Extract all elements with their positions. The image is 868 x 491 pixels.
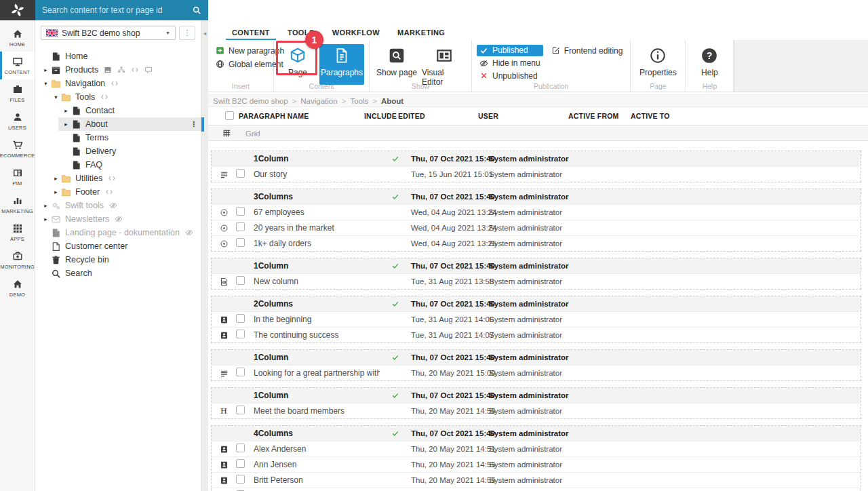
row-checkbox[interactable] xyxy=(236,475,245,484)
tree-scrollbar-thumb[interactable] xyxy=(201,117,204,132)
visual-editor-button[interactable]: Visual Editor xyxy=(422,44,467,85)
tree-item-footer[interactable]: ▸Footer xyxy=(35,185,201,199)
tree-item-newsletters[interactable]: ▸Newsletters xyxy=(35,212,201,226)
paragraph-row[interactable]: Looking for a great partnership with an … xyxy=(212,365,861,380)
paragraph-group-header[interactable]: 3ColumnsThu, 07 Oct 2021 15:40System adm… xyxy=(212,189,861,204)
paragraph-group-header[interactable]: 1ColumnThu, 07 Oct 2021 15:40System admi… xyxy=(212,258,861,273)
paragraph-row[interactable]: Ann JensenThu, 20 May 2021 14:55System a… xyxy=(212,456,861,472)
tree-item-recycle-bin[interactable]: Recycle bin xyxy=(35,253,201,267)
tab-marketing[interactable]: MARKETING xyxy=(389,26,454,39)
page-button[interactable]: Page xyxy=(279,44,317,85)
paragraph-row[interactable]: The continuing successTue, 31 Aug 2021 1… xyxy=(212,327,861,342)
paragraph-row[interactable]: HMeet the board membersThu, 20 May 2021 … xyxy=(212,403,861,418)
nav-files[interactable]: FILES xyxy=(0,79,35,107)
tree-item-delivery[interactable]: Delivery xyxy=(35,144,201,158)
row-checkbox[interactable] xyxy=(236,314,245,323)
nav-home[interactable]: HOME xyxy=(0,24,35,52)
paragraph-row[interactable]: New columnTue, 31 Aug 2021 13:58System a… xyxy=(212,273,861,289)
tree-item-faq[interactable]: FAQ xyxy=(35,158,201,172)
nav-pim[interactable]: PIM xyxy=(0,163,35,191)
unpublished-button[interactable]: Unpublished xyxy=(477,70,543,81)
show-page-button[interactable]: Show page xyxy=(374,44,419,85)
row-checkbox[interactable] xyxy=(236,169,245,178)
chevron-right-icon[interactable]: ▸ xyxy=(51,189,61,195)
tree-item-home[interactable]: Home xyxy=(35,50,201,63)
nav-content[interactable]: CONTENT xyxy=(0,52,35,79)
paragraphs-button[interactable]: Paragraphs xyxy=(319,44,364,85)
paragraph-row[interactable]: 67 employeesWed, 04 Aug 2021 13:24System… xyxy=(212,204,861,220)
nav-apps[interactable]: APPS xyxy=(0,218,35,246)
breadcrumb-item[interactable]: Tools xyxy=(350,97,368,105)
site-options-kebab-button[interactable]: ⋮ xyxy=(179,26,195,40)
panel-splitter[interactable]: ◂ xyxy=(201,20,208,491)
tree-item-label: Terms xyxy=(85,133,108,142)
select-all-checkbox[interactable] xyxy=(225,111,234,120)
search-input[interactable] xyxy=(42,5,192,15)
published-button[interactable]: Published xyxy=(477,45,543,56)
breadcrumb-item[interactable]: Navigation xyxy=(300,97,337,105)
breadcrumb-item[interactable]: Swift B2C demo shop xyxy=(213,97,288,105)
chevron-down-icon[interactable]: ▾ xyxy=(51,94,61,100)
site-selector-dropdown[interactable]: Swift B2C demo shop ▼ xyxy=(41,26,176,40)
tree-item-terms[interactable]: Terms xyxy=(35,131,201,144)
tree-item-customer-center[interactable]: Customer center xyxy=(35,239,201,253)
chevron-right-icon[interactable]: ▸ xyxy=(61,107,71,114)
paragraph-row[interactable]: 20 years in the marketWed, 04 Aug 2021 1… xyxy=(212,220,861,235)
tree-item-products[interactable]: ▸Products xyxy=(35,63,201,77)
nav-demo[interactable]: DEMO xyxy=(0,274,35,302)
nav-ecommerce[interactable]: ECOMMERCE xyxy=(0,135,35,163)
tree-item-navigation[interactable]: ▾Navigation xyxy=(35,77,201,90)
row-checkbox[interactable] xyxy=(236,207,245,216)
paragraph-user: System administrator xyxy=(489,331,579,339)
frontend-editing-button[interactable]: Frontend editing xyxy=(549,45,626,56)
tab-content[interactable]: CONTENT xyxy=(223,26,279,39)
row-checkbox[interactable] xyxy=(236,459,245,468)
search-icon[interactable] xyxy=(192,5,201,15)
tree-item-landing-page-dokumentation[interactable]: Landing page - dokumentation xyxy=(35,226,201,239)
tree-item-contact[interactable]: ▸Contact xyxy=(35,104,201,117)
row-checkbox[interactable] xyxy=(236,444,245,452)
properties-button[interactable]: Properties xyxy=(635,44,680,85)
nav-monitoring[interactable]: MONITORING xyxy=(0,246,35,274)
row-checkbox[interactable] xyxy=(236,368,245,376)
chevron-right-icon[interactable]: ▸ xyxy=(41,202,51,209)
row-checkbox[interactable] xyxy=(236,276,245,285)
paragraph-row[interactable]: In the beginningTue, 31 Aug 2021 14:06Sy… xyxy=(212,311,861,327)
chevron-down-icon[interactable]: ▾ xyxy=(41,80,51,87)
chevron-right-icon[interactable]: ▸ xyxy=(51,175,61,182)
paragraph-group-header[interactable]: 4ColumnsThu, 07 Oct 2021 15:40System adm… xyxy=(212,426,861,441)
row-checkbox[interactable] xyxy=(236,330,245,338)
paragraph-row[interactable]: Britt PetersonThu, 20 May 2021 14:55Syst… xyxy=(212,472,861,488)
help-button[interactable]: ? Help xyxy=(690,44,728,85)
paragraph-group-header[interactable]: 1ColumnThu, 07 Oct 2021 15:40System admi… xyxy=(212,388,861,403)
tab-workflow[interactable]: WORKFLOW xyxy=(323,26,389,39)
chevron-right-icon[interactable]: ▸ xyxy=(41,66,51,73)
hide-in-menu-button[interactable]: Hide in menu xyxy=(477,58,543,69)
grid-row[interactable]: Grid xyxy=(208,126,868,141)
app-logo[interactable] xyxy=(0,0,35,20)
global-element-button[interactable]: Global element xyxy=(213,58,269,70)
tree-item-about[interactable]: ▸About⋮ xyxy=(35,117,201,131)
paragraph-group-header[interactable]: 1ColumnThu, 07 Oct 2021 15:40System admi… xyxy=(212,151,861,166)
row-menu-kebab-icon[interactable]: ⋮ xyxy=(190,120,197,129)
chevron-right-icon[interactable]: ▸ xyxy=(61,121,71,127)
nav-marketing[interactable]: MARKETING xyxy=(0,191,35,218)
paragraph-row[interactable]: 1k+ daily ordersWed, 04 Aug 2021 13:25Sy… xyxy=(212,235,861,251)
row-checkbox[interactable] xyxy=(236,222,245,231)
row-checkbox[interactable] xyxy=(236,238,245,247)
tree-item-utilities[interactable]: ▸Utilities xyxy=(35,172,201,185)
row-checkbox[interactable] xyxy=(236,406,245,414)
tree-item-search[interactable]: Search xyxy=(35,267,201,280)
paragraph-group-header[interactable]: 2ColumnsThu, 07 Oct 2021 15:40System adm… xyxy=(212,296,861,311)
chevron-right-icon[interactable]: ▸ xyxy=(41,216,51,222)
paragraph-row[interactable]: Our storyTue, 15 Jun 2021 15:01System ad… xyxy=(212,166,861,182)
paragraph-name: 20 years in the market xyxy=(254,223,380,233)
paragraph-group-header[interactable]: 1ColumnThu, 07 Oct 2021 15:40System admi… xyxy=(212,350,861,365)
paragraph-row[interactable]: Alex AndersenThu, 20 May 2021 14:51Syste… xyxy=(212,441,861,456)
collapse-panel-icon[interactable]: ◂ xyxy=(201,30,208,37)
nav-users[interactable]: USERS xyxy=(0,107,35,135)
tree-item-tools[interactable]: ▾Tools xyxy=(35,90,201,104)
new-paragraph-button[interactable]: New paragraph xyxy=(213,45,269,56)
paragraph-row[interactable]: Kenneth HansenThu, 20 May 2021 14:55Syst… xyxy=(212,488,861,491)
tree-item-swift-tools[interactable]: ▸Swift tools xyxy=(35,199,201,212)
